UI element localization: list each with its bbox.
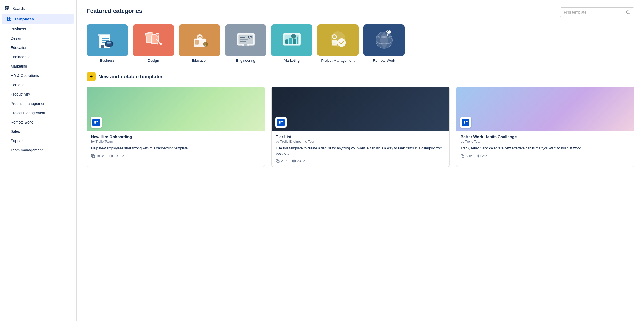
template-card[interactable]: New Hire Onboarding by Trello Team Help …	[87, 87, 265, 167]
svg-rect-4	[7, 17, 9, 19]
svg-point-54	[291, 34, 296, 39]
category-card-design[interactable]: Design	[133, 24, 174, 63]
svg-rect-3	[5, 9, 7, 10]
svg-rect-70	[97, 121, 98, 122]
category-label: Business	[100, 59, 115, 63]
template-stats: 18.3K 131.3K	[91, 154, 260, 158]
category-label: Engineering	[236, 59, 255, 63]
sidebar-item-boards[interactable]: Boards	[0, 3, 76, 13]
copies-count: 18.3K	[96, 154, 105, 158]
template-card[interactable]: Better Work Habits Challenge by Trello T…	[456, 87, 634, 167]
copies-stat: 2.9K	[276, 159, 288, 163]
category-icon: </>	[225, 24, 266, 56]
sidebar-item-personal[interactable]: Personal	[2, 80, 74, 89]
notable-section-header: ✦ New and notable templates	[87, 72, 634, 81]
category-icon	[179, 24, 220, 56]
svg-point-63	[337, 38, 346, 47]
svg-rect-79	[462, 155, 464, 158]
sidebar-item-hr-operations[interactable]: HR & Operations	[2, 71, 74, 80]
template-body: New Hire Onboarding by Trello Team Help …	[87, 131, 265, 162]
templates-label: Templates	[14, 17, 34, 21]
boards-icon	[5, 6, 10, 11]
copies-stat: 18.3K	[91, 154, 105, 158]
svg-rect-52	[293, 39, 296, 44]
sidebar-item-productivity[interactable]: Productivity	[2, 90, 74, 99]
sidebar-item-design[interactable]: Design	[2, 34, 74, 43]
category-icon	[363, 24, 405, 56]
views-icon	[109, 154, 113, 158]
boards-label: Boards	[12, 6, 25, 11]
svg-rect-53	[297, 37, 298, 44]
svg-point-8	[626, 11, 629, 14]
sidebar-item-business[interactable]: Business	[2, 24, 74, 34]
template-description: Track, reflect, and celebrate new effect…	[461, 146, 630, 151]
sidebar-item-sales[interactable]: Sales	[2, 127, 74, 136]
sidebar-item-remote-work[interactable]: Remote work	[2, 118, 74, 127]
notable-title: New and notable templates	[98, 74, 164, 80]
views-count: 23.3K	[297, 159, 306, 163]
template-body: Better Work Habits Challenge by Trello T…	[456, 131, 634, 162]
template-name: New Hire Onboarding	[91, 134, 260, 139]
copy-icon	[91, 154, 95, 158]
svg-rect-69	[94, 121, 96, 124]
template-description: Use this template to create a tier list …	[276, 146, 445, 156]
category-label: Education	[191, 59, 207, 63]
trello-logo	[277, 119, 285, 126]
views-stat: 28K	[477, 154, 488, 158]
category-card-project-management[interactable]: Project Management	[317, 24, 359, 63]
views-count: 131.3K	[114, 154, 125, 158]
template-thumbnail	[456, 87, 634, 131]
templates-grid: New Hire Onboarding by Trello Team Help …	[87, 87, 634, 167]
template-thumbnail	[272, 87, 449, 131]
sidebar-item-templates[interactable]: Templates	[2, 14, 74, 24]
trello-badge	[275, 117, 287, 128]
template-name: Better Work Habits Challenge	[461, 134, 630, 139]
category-card-business[interactable]: Business	[87, 24, 128, 63]
category-card-marketing[interactable]: Marketing	[271, 24, 312, 63]
sidebar-item-product-management[interactable]: Product management	[2, 99, 74, 108]
copies-count: 2.9K	[281, 159, 288, 163]
svg-rect-47	[244, 44, 247, 46]
template-author: by Trello Engineering Team	[276, 140, 445, 143]
svg-rect-5	[10, 17, 11, 19]
search-input[interactable]	[564, 10, 626, 14]
svg-rect-74	[281, 121, 283, 122]
sidebar-item-support[interactable]: Support	[2, 136, 74, 145]
svg-rect-1	[8, 6, 9, 7]
sidebar-item-engineering[interactable]: Engineering	[2, 52, 74, 61]
svg-rect-0	[5, 6, 7, 8]
svg-rect-51	[289, 38, 292, 44]
category-card-remote-work[interactable]: Remote Work	[363, 24, 405, 63]
template-name: Tier List	[276, 134, 445, 139]
svg-rect-2	[8, 8, 9, 10]
trello-badge	[460, 117, 471, 128]
svg-point-29	[159, 43, 162, 45]
copy-icon	[461, 154, 464, 158]
category-card-engineering[interactable]: </> Engineering	[225, 24, 266, 63]
views-stat: 23.3K	[292, 159, 306, 163]
templates-icon	[7, 17, 12, 21]
svg-text:</>: </>	[247, 35, 253, 39]
sidebar-item-marketing[interactable]: Marketing	[2, 62, 74, 71]
svg-point-68	[388, 30, 391, 34]
svg-point-80	[478, 155, 479, 157]
notable-icon: ✦	[87, 72, 96, 81]
svg-rect-71	[92, 155, 95, 158]
template-card[interactable]: Tier List by Trello Engineering Team Use…	[271, 87, 450, 167]
sidebar-item-education[interactable]: Education	[2, 43, 74, 52]
category-label: Project Management	[321, 59, 355, 63]
trello-logo	[462, 119, 469, 126]
views-icon	[292, 159, 296, 163]
svg-line-9	[629, 13, 630, 14]
category-label: Marketing	[284, 59, 300, 63]
category-icon	[271, 24, 312, 56]
sidebar-item-team-management[interactable]: Team management	[2, 146, 74, 155]
svg-rect-73	[279, 121, 280, 124]
category-card-education[interactable]: Education	[179, 24, 220, 63]
sidebar-item-project-management[interactable]: Project management	[2, 108, 74, 117]
svg-rect-60	[332, 40, 337, 46]
search-box[interactable]	[560, 7, 634, 17]
template-author: by Trello Team	[461, 140, 630, 143]
svg-rect-7	[10, 19, 11, 21]
svg-point-72	[111, 155, 112, 157]
